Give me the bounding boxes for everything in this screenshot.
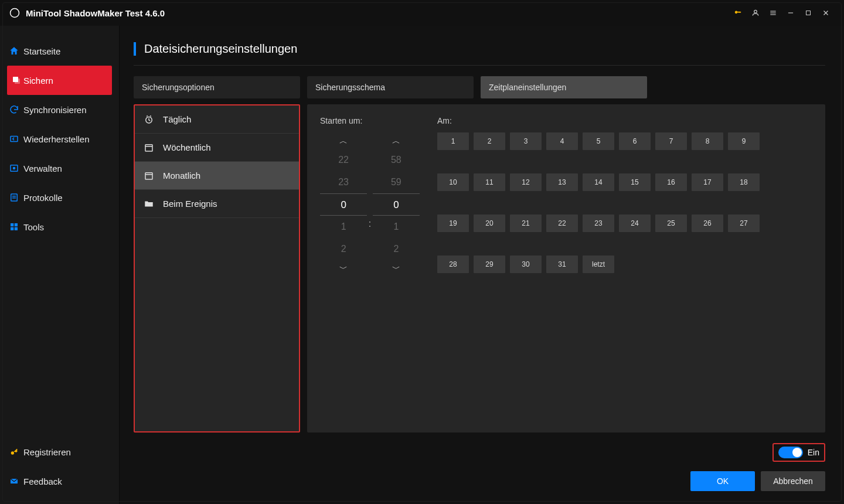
day-9[interactable]: 9 <box>728 132 760 150</box>
svg-rect-17 <box>15 223 18 226</box>
day-13[interactable]: 13 <box>546 173 578 191</box>
day-15[interactable]: 15 <box>619 173 651 191</box>
tab-zeitplaneinstellungen[interactable]: Zeitplaneinstellungen <box>481 76 647 98</box>
toggle-label: Ein <box>808 448 819 457</box>
day-14[interactable]: 14 <box>583 173 614 191</box>
day-letzt[interactable]: letzt <box>583 256 614 273</box>
hour-value[interactable]: 1 <box>320 216 367 238</box>
sidebar-item-protokolle[interactable]: Protokolle <box>0 183 119 212</box>
day-8[interactable]: 8 <box>692 132 723 150</box>
close-icon[interactable] <box>817 4 835 22</box>
minute-value[interactable]: 59 <box>373 171 420 193</box>
ok-button[interactable]: OK <box>690 471 755 491</box>
minimize-icon[interactable] <box>782 4 799 22</box>
day-12[interactable]: 12 <box>510 173 542 191</box>
day-25[interactable]: 25 <box>655 214 687 232</box>
day-23[interactable]: 23 <box>583 214 614 232</box>
hour-value[interactable]: 23 <box>320 171 367 193</box>
day-2[interactable]: 2 <box>474 132 505 150</box>
schedule-type-label: Täglich <box>163 114 191 124</box>
register-key-icon <box>8 446 20 458</box>
minute-value[interactable]: 58 <box>373 149 420 171</box>
chevron-up-icon[interactable]: ︿ <box>320 132 367 149</box>
minute-value-selected[interactable]: 0 <box>373 193 420 216</box>
day-7[interactable]: 7 <box>655 132 687 150</box>
day-20[interactable]: 20 <box>474 214 505 232</box>
sidebar-item-label: Sichern <box>23 76 53 86</box>
day-16[interactable]: 16 <box>655 173 687 191</box>
mail-icon <box>8 475 20 487</box>
title-bar: MiniTool ShadowMaker Test 4.6.0 <box>0 0 844 26</box>
sidebar-item-label: Feedback <box>23 476 62 486</box>
day-10[interactable]: 10 <box>437 173 469 191</box>
sidebar-item-registrieren[interactable]: Registrieren <box>0 437 119 466</box>
day-28[interactable]: 28 <box>437 256 469 273</box>
schedule-type-woechentlich[interactable]: Wöchentlich <box>135 134 299 162</box>
day-21[interactable]: 21 <box>510 214 542 232</box>
schedule-type-monatlich[interactable]: Monatlich <box>135 162 299 190</box>
sidebar-item-label: Protokolle <box>23 193 63 203</box>
svg-rect-24 <box>145 172 152 179</box>
svg-point-20 <box>11 451 14 454</box>
day-17[interactable]: 17 <box>692 173 723 191</box>
cancel-button[interactable]: Abbrechen <box>761 471 825 491</box>
chevron-down-icon[interactable]: ﹀ <box>373 260 420 277</box>
svg-rect-19 <box>15 227 18 230</box>
day-30[interactable]: 30 <box>510 256 542 273</box>
maximize-icon[interactable] <box>799 4 817 22</box>
day-1[interactable]: 1 <box>437 132 469 150</box>
tab-sicherungsoptionen[interactable]: Sicherungsoptionen <box>134 76 300 98</box>
divider <box>134 65 825 66</box>
day-6[interactable]: 6 <box>619 132 651 150</box>
calendar-week-icon <box>143 142 155 154</box>
sidebar-item-synchronisieren[interactable]: Synchronisieren <box>0 95 119 124</box>
schedule-enable-toggle[interactable] <box>778 447 803 458</box>
day-3[interactable]: 3 <box>510 132 542 150</box>
day-29[interactable]: 29 <box>474 256 505 273</box>
day-18[interactable]: 18 <box>728 173 760 191</box>
start-time-label: Starten um: <box>320 116 420 125</box>
day-11[interactable]: 11 <box>474 173 505 191</box>
svg-rect-10 <box>11 137 18 142</box>
page-title: Dateisicherungseinstellungen <box>134 42 825 56</box>
account-icon[interactable] <box>747 4 764 22</box>
day-19[interactable]: 19 <box>437 214 469 232</box>
sidebar-item-label: Registrieren <box>23 447 71 457</box>
day-31[interactable]: 31 <box>546 256 578 273</box>
tools-icon <box>8 221 20 233</box>
sidebar-item-tools[interactable]: Tools <box>0 212 119 241</box>
minute-value[interactable]: 2 <box>373 238 420 260</box>
day-4[interactable]: 4 <box>546 132 578 150</box>
content-area: Dateisicherungseinstellungen Sicherungso… <box>120 26 844 504</box>
hour-value-selected[interactable]: 0 <box>320 193 367 216</box>
sidebar-item-wiederherstellen[interactable]: Wiederherstellen <box>0 124 119 154</box>
sidebar-item-label: Startseite <box>23 46 60 56</box>
sidebar-item-verwalten[interactable]: Verwalten <box>0 154 119 183</box>
sidebar-item-startseite[interactable]: Startseite <box>0 36 119 66</box>
svg-rect-22 <box>145 144 152 151</box>
hour-spinner[interactable]: ︿ 22 23 0 1 2 ﹀ <box>320 132 367 277</box>
hour-value[interactable]: 22 <box>320 149 367 171</box>
key-icon[interactable] <box>729 4 747 22</box>
tab-sicherungsschema[interactable]: Sicherungsschema <box>307 76 474 98</box>
day-24[interactable]: 24 <box>619 214 651 232</box>
chevron-up-icon[interactable]: ︿ <box>373 132 420 149</box>
hour-value[interactable]: 2 <box>320 238 367 260</box>
schedule-type-beim-ereignis[interactable]: Beim Ereignis <box>135 190 299 218</box>
svg-rect-18 <box>11 227 13 230</box>
day-26[interactable]: 26 <box>692 214 723 232</box>
minute-value[interactable]: 1 <box>373 216 420 238</box>
minute-spinner[interactable]: ︿ 58 59 0 1 2 ﹀ <box>373 132 420 277</box>
day-27[interactable]: 27 <box>728 214 760 232</box>
day-5[interactable]: 5 <box>583 132 614 150</box>
home-icon <box>8 45 20 57</box>
schedule-enable-toggle-wrap: Ein <box>772 443 825 462</box>
day-22[interactable]: 22 <box>546 214 578 232</box>
menu-icon[interactable] <box>764 4 782 22</box>
sidebar-item-feedback[interactable]: Feedback <box>0 466 119 496</box>
sidebar-item-sichern[interactable]: Sichern <box>7 66 112 95</box>
chevron-down-icon[interactable]: ﹀ <box>320 260 367 277</box>
calendar-month-icon <box>143 170 155 182</box>
schedule-type-taeglich[interactable]: Täglich <box>135 105 299 134</box>
time-colon: : <box>367 132 373 277</box>
